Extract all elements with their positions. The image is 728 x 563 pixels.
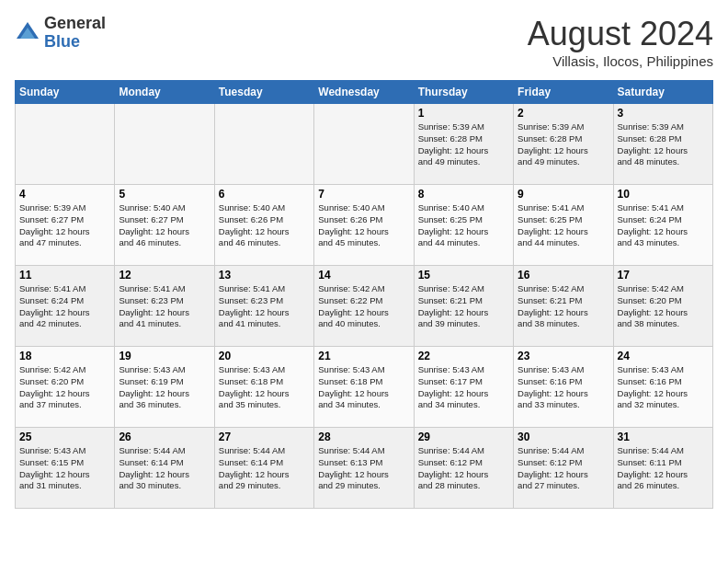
day-number: 16 <box>518 269 609 282</box>
day-info: Sunrise: 5:43 AMSunset: 6:16 PMDaylight:… <box>518 364 609 411</box>
header-day-saturday: Saturday <box>613 81 712 104</box>
day-info: Sunrise: 5:40 AMSunset: 6:25 PMDaylight:… <box>418 202 509 249</box>
calendar-cell: 1Sunrise: 5:39 AMSunset: 6:28 PMDaylight… <box>414 104 513 185</box>
day-number: 8 <box>418 188 509 201</box>
day-info: Sunrise: 5:39 AMSunset: 6:28 PMDaylight:… <box>418 121 509 168</box>
calendar-cell: 16Sunrise: 5:42 AMSunset: 6:21 PMDayligh… <box>514 266 613 347</box>
day-number: 24 <box>618 350 709 362</box>
day-info: Sunrise: 5:43 AMSunset: 6:15 PMDaylight:… <box>19 445 110 492</box>
calendar-cell: 30Sunrise: 5:44 AMSunset: 6:12 PMDayligh… <box>514 428 613 509</box>
calendar-cell <box>16 104 115 185</box>
calendar-cell: 21Sunrise: 5:43 AMSunset: 6:18 PMDayligh… <box>314 347 414 428</box>
month-year-title: August 2024 <box>528 15 713 53</box>
calendar-week-2: 4Sunrise: 5:39 AMSunset: 6:27 PMDaylight… <box>16 185 713 266</box>
day-info: Sunrise: 5:42 AMSunset: 6:22 PMDaylight:… <box>318 283 409 330</box>
calendar-cell: 18Sunrise: 5:42 AMSunset: 6:20 PMDayligh… <box>16 347 115 428</box>
day-info: Sunrise: 5:41 AMSunset: 6:25 PMDaylight:… <box>518 202 609 249</box>
day-info: Sunrise: 5:42 AMSunset: 6:20 PMDaylight:… <box>618 283 709 330</box>
calendar-cell: 9Sunrise: 5:41 AMSunset: 6:25 PMDaylight… <box>514 185 613 266</box>
calendar-cell <box>314 104 414 185</box>
header-day-wednesday: Wednesday <box>314 81 414 104</box>
header-day-tuesday: Tuesday <box>214 81 313 104</box>
day-number: 5 <box>119 188 210 201</box>
day-info: Sunrise: 5:39 AMSunset: 6:28 PMDaylight:… <box>518 121 609 168</box>
day-info: Sunrise: 5:44 AMSunset: 6:11 PMDaylight:… <box>618 445 709 492</box>
calendar-cell: 29Sunrise: 5:44 AMSunset: 6:12 PMDayligh… <box>414 428 513 509</box>
calendar-cell: 19Sunrise: 5:43 AMSunset: 6:19 PMDayligh… <box>115 347 214 428</box>
day-number: 15 <box>418 269 509 282</box>
day-info: Sunrise: 5:44 AMSunset: 6:14 PMDaylight:… <box>219 445 310 492</box>
day-info: Sunrise: 5:44 AMSunset: 6:14 PMDaylight:… <box>119 445 210 492</box>
day-number: 25 <box>19 431 110 443</box>
page-header: General Blue August 2024 Villasis, Iloco… <box>15 15 713 69</box>
day-info: Sunrise: 5:40 AMSunset: 6:27 PMDaylight:… <box>119 202 210 249</box>
day-info: Sunrise: 5:41 AMSunset: 6:23 PMDaylight:… <box>119 283 210 330</box>
day-number: 26 <box>119 431 210 443</box>
calendar-cell: 7Sunrise: 5:40 AMSunset: 6:26 PMDaylight… <box>314 185 414 266</box>
day-info: Sunrise: 5:42 AMSunset: 6:21 PMDaylight:… <box>418 283 509 330</box>
day-info: Sunrise: 5:43 AMSunset: 6:18 PMDaylight:… <box>318 364 409 411</box>
day-info: Sunrise: 5:41 AMSunset: 6:23 PMDaylight:… <box>219 283 310 330</box>
calendar-week-1: 1Sunrise: 5:39 AMSunset: 6:28 PMDaylight… <box>16 104 713 185</box>
header-day-sunday: Sunday <box>16 81 115 104</box>
day-info: Sunrise: 5:39 AMSunset: 6:27 PMDaylight:… <box>19 202 110 249</box>
day-number: 14 <box>318 269 409 282</box>
day-number: 12 <box>119 269 210 282</box>
calendar-cell: 26Sunrise: 5:44 AMSunset: 6:14 PMDayligh… <box>115 428 214 509</box>
day-number: 3 <box>618 107 709 120</box>
calendar-cell: 2Sunrise: 5:39 AMSunset: 6:28 PMDaylight… <box>514 104 613 185</box>
calendar-cell: 25Sunrise: 5:43 AMSunset: 6:15 PMDayligh… <box>16 428 115 509</box>
calendar-cell: 15Sunrise: 5:42 AMSunset: 6:21 PMDayligh… <box>414 266 513 347</box>
day-info: Sunrise: 5:41 AMSunset: 6:24 PMDaylight:… <box>19 283 110 330</box>
calendar-cell <box>214 104 313 185</box>
calendar-cell: 24Sunrise: 5:43 AMSunset: 6:16 PMDayligh… <box>613 347 712 428</box>
calendar-cell: 5Sunrise: 5:40 AMSunset: 6:27 PMDaylight… <box>115 185 214 266</box>
day-info: Sunrise: 5:44 AMSunset: 6:13 PMDaylight:… <box>318 445 409 492</box>
day-number: 29 <box>418 431 509 443</box>
day-number: 27 <box>219 431 310 443</box>
logo-icon <box>15 20 40 46</box>
day-number: 19 <box>119 350 210 362</box>
day-number: 22 <box>418 350 509 362</box>
day-number: 28 <box>318 431 409 443</box>
calendar-cell: 22Sunrise: 5:43 AMSunset: 6:17 PMDayligh… <box>414 347 513 428</box>
day-number: 20 <box>219 350 310 362</box>
day-info: Sunrise: 5:44 AMSunset: 6:12 PMDaylight:… <box>518 445 609 492</box>
day-info: Sunrise: 5:41 AMSunset: 6:24 PMDaylight:… <box>618 202 709 249</box>
day-info: Sunrise: 5:43 AMSunset: 6:16 PMDaylight:… <box>618 364 709 411</box>
day-number: 21 <box>318 350 409 362</box>
calendar-body: 1Sunrise: 5:39 AMSunset: 6:28 PMDaylight… <box>16 104 713 509</box>
calendar-cell: 27Sunrise: 5:44 AMSunset: 6:14 PMDayligh… <box>214 428 313 509</box>
calendar-cell: 31Sunrise: 5:44 AMSunset: 6:11 PMDayligh… <box>613 428 712 509</box>
header-day-friday: Friday <box>514 81 613 104</box>
day-number: 1 <box>418 107 509 120</box>
day-info: Sunrise: 5:43 AMSunset: 6:17 PMDaylight:… <box>418 364 509 411</box>
logo-general-text: General <box>44 14 106 32</box>
day-number: 13 <box>219 269 310 282</box>
logo-blue-text: Blue <box>44 32 80 51</box>
calendar-cell: 12Sunrise: 5:41 AMSunset: 6:23 PMDayligh… <box>115 266 214 347</box>
calendar-week-4: 18Sunrise: 5:42 AMSunset: 6:20 PMDayligh… <box>16 347 713 428</box>
day-info: Sunrise: 5:43 AMSunset: 6:19 PMDaylight:… <box>119 364 210 411</box>
day-info: Sunrise: 5:40 AMSunset: 6:26 PMDaylight:… <box>318 202 409 249</box>
calendar-cell <box>115 104 214 185</box>
day-info: Sunrise: 5:44 AMSunset: 6:12 PMDaylight:… <box>418 445 509 492</box>
day-number: 11 <box>19 269 110 282</box>
title-block: August 2024 Villasis, Ilocos, Philippine… <box>528 15 713 69</box>
day-number: 7 <box>318 188 409 201</box>
header-row: SundayMondayTuesdayWednesdayThursdayFrid… <box>16 81 713 104</box>
day-number: 10 <box>618 188 709 201</box>
calendar-cell: 10Sunrise: 5:41 AMSunset: 6:24 PMDayligh… <box>613 185 712 266</box>
calendar-cell: 23Sunrise: 5:43 AMSunset: 6:16 PMDayligh… <box>514 347 613 428</box>
day-number: 30 <box>518 431 609 443</box>
day-info: Sunrise: 5:42 AMSunset: 6:21 PMDaylight:… <box>518 283 609 330</box>
calendar-cell: 6Sunrise: 5:40 AMSunset: 6:26 PMDaylight… <box>214 185 313 266</box>
day-number: 2 <box>518 107 609 120</box>
calendar-cell: 14Sunrise: 5:42 AMSunset: 6:22 PMDayligh… <box>314 266 414 347</box>
day-info: Sunrise: 5:42 AMSunset: 6:20 PMDaylight:… <box>19 364 110 411</box>
day-info: Sunrise: 5:40 AMSunset: 6:26 PMDaylight:… <box>219 202 310 249</box>
calendar-cell: 4Sunrise: 5:39 AMSunset: 6:27 PMDaylight… <box>16 185 115 266</box>
calendar-week-3: 11Sunrise: 5:41 AMSunset: 6:24 PMDayligh… <box>16 266 713 347</box>
calendar-header: SundayMondayTuesdayWednesdayThursdayFrid… <box>16 81 713 104</box>
day-number: 6 <box>219 188 310 201</box>
